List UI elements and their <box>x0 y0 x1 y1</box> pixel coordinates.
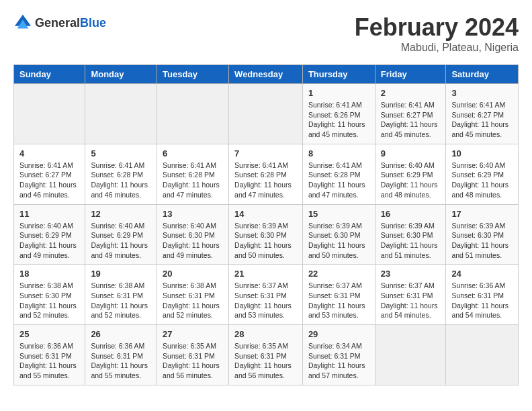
day-number: 9 <box>381 148 441 158</box>
day-info: Sunrise: 6:40 AMSunset: 6:30 PMDaylight:… <box>163 221 223 261</box>
calendar-cell: 13Sunrise: 6:40 AMSunset: 6:30 PMDayligh… <box>157 204 229 265</box>
day-info: Sunrise: 6:39 AMSunset: 6:30 PMDaylight:… <box>308 221 369 261</box>
day-number: 2 <box>381 88 441 98</box>
day-number: 24 <box>451 269 513 279</box>
calendar-cell: 18Sunrise: 6:38 AMSunset: 6:30 PMDayligh… <box>14 265 85 325</box>
day-info: Sunrise: 6:36 AMSunset: 6:31 PMDaylight:… <box>19 341 79 381</box>
title-block: February 2024 Mabudi, Plateau, Nigeria <box>355 13 519 54</box>
day-info: Sunrise: 6:41 AMSunset: 6:28 PMDaylight:… <box>234 161 297 200</box>
day-number: 25 <box>19 329 79 339</box>
day-number: 7 <box>234 148 297 158</box>
day-info: Sunrise: 6:41 AMSunset: 6:27 PMDaylight:… <box>19 161 79 200</box>
calendar-cell: 8Sunrise: 6:41 AMSunset: 6:28 PMDaylight… <box>302 144 375 204</box>
day-number: 20 <box>163 269 223 279</box>
day-number: 22 <box>308 269 369 279</box>
calendar-cell: 23Sunrise: 6:37 AMSunset: 6:31 PMDayligh… <box>375 265 446 325</box>
calendar-cell: 24Sunrise: 6:36 AMSunset: 6:31 PMDayligh… <box>446 265 519 325</box>
calendar-cell: 25Sunrise: 6:36 AMSunset: 6:31 PMDayligh… <box>14 325 85 385</box>
day-of-week-header: Tuesday <box>157 65 229 84</box>
calendar-cell: 14Sunrise: 6:39 AMSunset: 6:30 PMDayligh… <box>229 204 303 265</box>
logo-text-blue: Blue <box>80 16 106 30</box>
day-info: Sunrise: 6:40 AMSunset: 6:29 PMDaylight:… <box>381 161 441 200</box>
subtitle: Mabudi, Plateau, Nigeria <box>355 42 519 54</box>
day-number: 21 <box>234 269 297 279</box>
logo: General Blue <box>13 13 106 32</box>
calendar-cell <box>157 84 229 144</box>
calendar-cell: 28Sunrise: 6:35 AMSunset: 6:31 PMDayligh… <box>229 325 303 385</box>
day-info: Sunrise: 6:40 AMSunset: 6:29 PMDaylight:… <box>451 161 513 200</box>
calendar-table: SundayMondayTuesdayWednesdayThursdayFrid… <box>13 64 519 385</box>
calendar-cell: 3Sunrise: 6:41 AMSunset: 6:27 PMDaylight… <box>446 84 519 144</box>
day-number: 15 <box>308 209 369 219</box>
calendar-cell: 17Sunrise: 6:39 AMSunset: 6:30 PMDayligh… <box>446 204 519 265</box>
calendar-cell: 6Sunrise: 6:41 AMSunset: 6:28 PMDaylight… <box>157 144 229 204</box>
day-info: Sunrise: 6:38 AMSunset: 6:31 PMDaylight:… <box>91 281 151 320</box>
day-info: Sunrise: 6:39 AMSunset: 6:30 PMDaylight:… <box>381 221 441 261</box>
day-number: 27 <box>163 329 223 339</box>
day-info: Sunrise: 6:37 AMSunset: 6:31 PMDaylight:… <box>381 281 441 320</box>
calendar-cell <box>229 84 303 144</box>
day-number: 14 <box>234 209 297 219</box>
calendar-cell: 1Sunrise: 6:41 AMSunset: 6:26 PMDaylight… <box>302 84 375 144</box>
day-info: Sunrise: 6:41 AMSunset: 6:28 PMDaylight:… <box>308 161 369 200</box>
day-info: Sunrise: 6:39 AMSunset: 6:30 PMDaylight:… <box>451 221 513 261</box>
day-info: Sunrise: 6:35 AMSunset: 6:31 PMDaylight:… <box>163 341 223 381</box>
calendar-cell: 27Sunrise: 6:35 AMSunset: 6:31 PMDayligh… <box>157 325 229 385</box>
day-number: 12 <box>91 209 151 219</box>
day-number: 26 <box>91 329 151 339</box>
day-info: Sunrise: 6:35 AMSunset: 6:31 PMDaylight:… <box>234 341 297 381</box>
main-title: February 2024 <box>355 13 519 42</box>
day-info: Sunrise: 6:37 AMSunset: 6:31 PMDaylight:… <box>308 281 369 320</box>
day-number: 8 <box>308 148 369 158</box>
calendar-cell: 19Sunrise: 6:38 AMSunset: 6:31 PMDayligh… <box>85 265 157 325</box>
calendar-cell: 22Sunrise: 6:37 AMSunset: 6:31 PMDayligh… <box>302 265 375 325</box>
day-number: 19 <box>91 269 151 279</box>
day-info: Sunrise: 6:41 AMSunset: 6:26 PMDaylight:… <box>308 100 369 140</box>
calendar-cell: 20Sunrise: 6:38 AMSunset: 6:31 PMDayligh… <box>157 265 229 325</box>
day-number: 5 <box>91 148 151 158</box>
calendar-cell: 26Sunrise: 6:36 AMSunset: 6:31 PMDayligh… <box>85 325 157 385</box>
day-of-week-header: Thursday <box>302 65 375 84</box>
day-info: Sunrise: 6:34 AMSunset: 6:31 PMDaylight:… <box>308 341 369 381</box>
calendar-cell: 16Sunrise: 6:39 AMSunset: 6:30 PMDayligh… <box>375 204 446 265</box>
calendar-cell: 21Sunrise: 6:37 AMSunset: 6:31 PMDayligh… <box>229 265 303 325</box>
calendar-cell: 10Sunrise: 6:40 AMSunset: 6:29 PMDayligh… <box>446 144 519 204</box>
calendar-cell: 11Sunrise: 6:40 AMSunset: 6:29 PMDayligh… <box>14 204 85 265</box>
day-info: Sunrise: 6:41 AMSunset: 6:28 PMDaylight:… <box>91 161 151 200</box>
calendar-cell <box>14 84 85 144</box>
day-number: 6 <box>163 148 223 158</box>
day-info: Sunrise: 6:38 AMSunset: 6:31 PMDaylight:… <box>163 281 223 320</box>
day-of-week-header: Wednesday <box>229 65 303 84</box>
day-info: Sunrise: 6:36 AMSunset: 6:31 PMDaylight:… <box>91 341 151 381</box>
calendar-cell: 2Sunrise: 6:41 AMSunset: 6:27 PMDaylight… <box>375 84 446 144</box>
calendar-cell <box>446 325 519 385</box>
day-of-week-header: Monday <box>85 65 157 84</box>
day-info: Sunrise: 6:38 AMSunset: 6:30 PMDaylight:… <box>19 281 79 320</box>
day-info: Sunrise: 6:39 AMSunset: 6:30 PMDaylight:… <box>234 221 297 261</box>
day-number: 29 <box>308 329 369 339</box>
calendar-cell: 5Sunrise: 6:41 AMSunset: 6:28 PMDaylight… <box>85 144 157 204</box>
day-number: 10 <box>451 148 513 158</box>
day-info: Sunrise: 6:41 AMSunset: 6:28 PMDaylight:… <box>163 161 223 200</box>
day-number: 4 <box>19 148 79 158</box>
calendar-cell: 9Sunrise: 6:40 AMSunset: 6:29 PMDaylight… <box>375 144 446 204</box>
day-number: 11 <box>19 209 79 219</box>
day-number: 1 <box>308 88 369 98</box>
day-number: 3 <box>451 88 513 98</box>
calendar-cell <box>375 325 446 385</box>
day-info: Sunrise: 6:41 AMSunset: 6:27 PMDaylight:… <box>451 100 513 140</box>
logo-icon <box>13 13 32 32</box>
day-info: Sunrise: 6:41 AMSunset: 6:27 PMDaylight:… <box>381 100 441 140</box>
calendar-cell: 29Sunrise: 6:34 AMSunset: 6:31 PMDayligh… <box>302 325 375 385</box>
day-info: Sunrise: 6:36 AMSunset: 6:31 PMDaylight:… <box>451 281 513 320</box>
logo-text-general: General <box>35 16 80 30</box>
calendar-cell: 7Sunrise: 6:41 AMSunset: 6:28 PMDaylight… <box>229 144 303 204</box>
day-number: 28 <box>234 329 297 339</box>
calendar-cell: 15Sunrise: 6:39 AMSunset: 6:30 PMDayligh… <box>302 204 375 265</box>
calendar-cell <box>85 84 157 144</box>
day-info: Sunrise: 6:40 AMSunset: 6:29 PMDaylight:… <box>19 221 79 261</box>
day-of-week-header: Friday <box>375 65 446 84</box>
day-of-week-header: Sunday <box>14 65 85 84</box>
day-info: Sunrise: 6:37 AMSunset: 6:31 PMDaylight:… <box>234 281 297 320</box>
day-number: 18 <box>19 269 79 279</box>
